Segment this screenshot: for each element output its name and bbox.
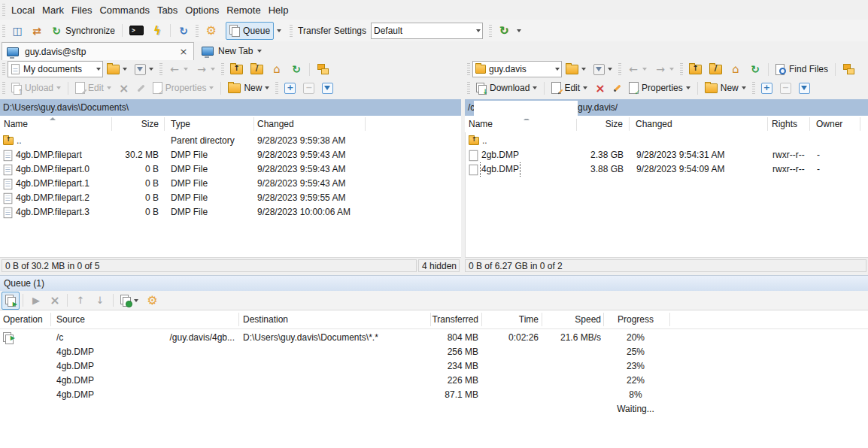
remote-select-button[interactable]: + xyxy=(757,79,776,97)
local-forward-button[interactable]: → xyxy=(192,60,219,78)
remote-home-directory-button[interactable]: ⌂ xyxy=(726,60,745,78)
remote-directory-tree-button[interactable] xyxy=(839,60,858,78)
remote-forward-button[interactable]: → xyxy=(651,60,678,78)
local-filter-button[interactable] xyxy=(131,60,157,78)
remote-file-row[interactable]: 4gb.DMP 3.88 GB 9/28/2023 9:54:09 AM rwx… xyxy=(466,162,868,177)
queue-row[interactable]: Waiting... xyxy=(0,402,868,416)
menu-commands[interactable]: Commands xyxy=(96,1,153,19)
local-selection-filter-button[interactable] xyxy=(318,79,337,97)
remote-new-button[interactable]: New xyxy=(701,79,750,97)
local-file-row[interactable]: 4gb.DMP.filepart.2 0 B DMP File 9/28/202… xyxy=(0,191,461,205)
swap-panels-button[interactable]: ◫ xyxy=(8,22,27,40)
local-rename-button[interactable] xyxy=(133,79,149,97)
queue-dropdown[interactable] xyxy=(274,23,284,39)
open-console-button[interactable]: > xyxy=(126,22,147,40)
menu-local[interactable]: Local xyxy=(8,1,38,19)
session-dropdown[interactable] xyxy=(514,23,524,39)
local-column-type[interactable]: Type xyxy=(171,116,190,132)
remote-column-changed[interactable]: Changed xyxy=(636,116,672,132)
remote-back-button[interactable]: ← xyxy=(624,60,651,78)
local-file-row[interactable]: ↑ .. Parent directory 9/28/2023 9:59:38 … xyxy=(0,134,461,148)
upload-button[interactable]: ↑ Upload xyxy=(8,79,65,97)
queue-column-progress[interactable]: Progress xyxy=(605,310,666,327)
local-properties-button[interactable]: ✓ Properties xyxy=(149,79,218,97)
local-file-row[interactable]: 4gb.DMP.filepart.3 0 B DMP File 9/28/202… xyxy=(0,205,461,219)
tab-new-tab[interactable]: New Tab xyxy=(197,42,269,60)
queue-delete-button[interactable]: × xyxy=(46,292,64,310)
queue-preferences-button[interactable]: ⚙ xyxy=(142,292,162,310)
tab-session[interactable]: guy.davis@sftp × xyxy=(2,42,194,60)
menu-files[interactable]: Files xyxy=(68,1,96,19)
local-new-button[interactable]: New xyxy=(224,79,273,97)
close-icon[interactable]: × xyxy=(178,46,189,57)
transfer-settings-select[interactable]: Default xyxy=(371,23,483,39)
queue-row[interactable]: 4gb.DMP 87.1 MB 8% xyxy=(0,388,868,402)
remote-rename-button[interactable] xyxy=(609,79,625,97)
remote-file-row[interactable]: ↑ .. xyxy=(466,134,868,148)
queue-toggle-button[interactable]: Queue xyxy=(226,22,274,40)
menu-options[interactable]: Options xyxy=(181,1,223,19)
queue-move-up-button[interactable]: ↑ xyxy=(71,292,90,310)
remote-properties-button[interactable]: ✓ Properties xyxy=(625,79,694,97)
download-button[interactable]: ↓ Download xyxy=(472,79,541,97)
remote-column-owner[interactable]: Owner xyxy=(816,116,842,132)
local-file-row[interactable]: 4gb.DMP.filepart.0 0 B DMP File 9/28/202… xyxy=(0,162,461,177)
remote-file-row[interactable]: 2gb.DMP 2.38 GB 9/28/2023 9:54:31 AM rwx… xyxy=(466,148,868,162)
local-column-size[interactable]: Size xyxy=(111,116,159,132)
remote-edit-button[interactable]: Edit xyxy=(548,79,591,97)
queue-row[interactable]: ▶ /c /guy.davis/4gb... D:\Users\guy.davi… xyxy=(0,331,868,345)
local-file-row[interactable]: 4gb.DMP.filepart.1 0 B DMP File 9/28/202… xyxy=(0,177,461,191)
local-root-directory-button[interactable]: / xyxy=(247,60,267,78)
local-file-row[interactable]: 4gb.DMP.filepart 30.2 MB DMP File 9/28/2… xyxy=(0,148,461,162)
queue-move-down-button[interactable]: ↓ xyxy=(90,292,110,310)
remote-path-bar[interactable]: /c guy.davis/ xyxy=(465,99,868,116)
synchronize-browsing-button[interactable]: ⇄ xyxy=(27,22,47,40)
local-directory-tree-button[interactable] xyxy=(313,60,332,78)
queue-resume-button[interactable]: ▶ xyxy=(26,292,46,310)
queue-row[interactable]: 4gb.DMP 256 MB 25% xyxy=(0,345,868,359)
find-files-button[interactable]: Find Files xyxy=(772,60,832,78)
local-select-button[interactable]: + xyxy=(281,79,299,97)
remote-refresh-button[interactable]: ↻ xyxy=(745,60,765,78)
remote-filter-button[interactable] xyxy=(590,60,616,78)
queue-column-destination[interactable]: Destination xyxy=(243,310,288,327)
local-column-changed[interactable]: Changed xyxy=(257,116,294,132)
local-parent-directory-button[interactable]: ↑ xyxy=(226,60,247,78)
queue-row[interactable]: 4gb.DMP 234 MB 23% xyxy=(0,359,868,374)
local-back-button[interactable]: ← xyxy=(165,60,192,78)
menu-mark[interactable]: Mark xyxy=(38,1,68,19)
local-column-name[interactable]: Name xyxy=(4,116,28,132)
local-location-selector[interactable]: My documents xyxy=(8,61,103,77)
local-home-directory-button[interactable]: ⌂ xyxy=(267,60,287,78)
session-generate-button[interactable]: ↻ xyxy=(494,22,514,40)
queue-column-operation[interactable]: Operation xyxy=(3,310,43,327)
preferences-button[interactable]: ⚙ xyxy=(201,22,221,40)
local-unselect-button[interactable]: − xyxy=(299,79,318,97)
remote-root-directory-button[interactable]: / xyxy=(706,60,726,78)
synchronize-button[interactable]: ↻ Synchronize xyxy=(47,22,119,40)
remote-column-rights[interactable]: Rights xyxy=(772,116,797,132)
refresh-button[interactable]: ↻ xyxy=(174,22,193,40)
menu-tabs[interactable]: Tabs xyxy=(153,1,181,19)
remote-location-selector[interactable]: guy.davis xyxy=(472,61,562,77)
remote-delete-button[interactable]: × xyxy=(591,79,609,97)
remote-unselect-button[interactable]: − xyxy=(776,79,795,97)
local-delete-button[interactable]: × xyxy=(115,79,133,97)
queue-column-time[interactable]: Time xyxy=(482,310,539,327)
local-edit-button[interactable]: Edit xyxy=(71,79,115,97)
local-refresh-button[interactable]: ↻ xyxy=(287,60,306,78)
menu-help[interactable]: Help xyxy=(265,1,293,19)
remote-selection-filter-button[interactable] xyxy=(795,79,814,97)
queue-column-source[interactable]: Source xyxy=(56,310,85,327)
queue-idle-button[interactable] xyxy=(117,292,142,310)
local-path-bar[interactable]: D:\Users\guy.davis\Documents\ xyxy=(0,99,461,116)
queue-column-speed[interactable]: Speed xyxy=(542,310,601,327)
queue-row[interactable]: 4gb.DMP 226 MB 22% xyxy=(0,374,868,388)
local-open-directory-button[interactable] xyxy=(103,60,131,78)
open-putty-button[interactable]: ϟ xyxy=(147,22,167,40)
queue-column-transferred[interactable]: Transferred xyxy=(430,310,478,327)
remote-open-directory-button[interactable] xyxy=(562,60,590,78)
menu-remote[interactable]: Remote xyxy=(223,1,265,19)
queue-show-button[interactable]: ▶ xyxy=(2,292,20,310)
remote-parent-directory-button[interactable]: ↑ xyxy=(685,60,706,78)
